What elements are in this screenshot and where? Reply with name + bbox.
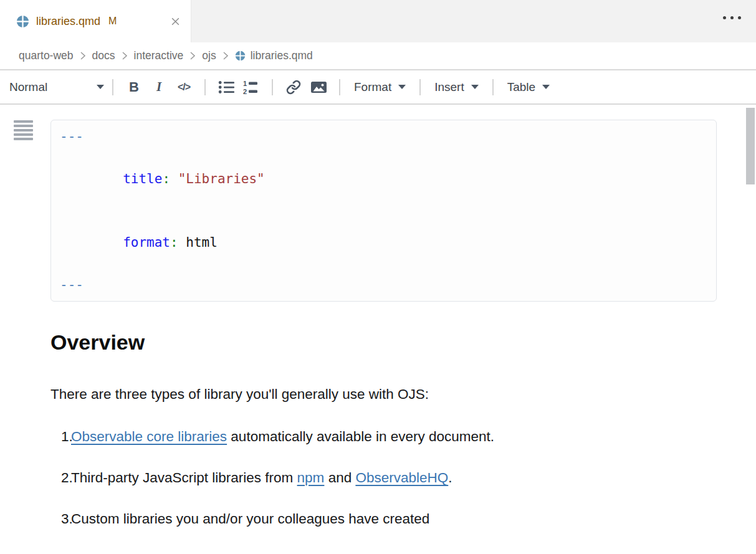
chevron-down-icon — [471, 85, 479, 89]
tab-title: libraries.qmd — [36, 15, 100, 28]
tab-bar: libraries.qmd M — [0, 0, 756, 42]
chevron-right-icon — [222, 50, 229, 61]
outro-paragraph: In this document we'll provide a high-le… — [50, 548, 717, 554]
svg-text:1: 1 — [243, 80, 247, 87]
yaml-value-format: html — [178, 235, 218, 250]
chevron-down-icon — [97, 85, 104, 89]
block-drag-handle-icon[interactable] — [14, 120, 33, 142]
list-item: 2. Third-party JavaScript libraries from… — [50, 466, 717, 490]
insert-menu[interactable]: Insert — [434, 80, 479, 94]
breadcrumb: quarto-web docs interactive ojs librarie… — [0, 42, 756, 70]
list-marker: 1. — [50, 424, 71, 449]
yaml-colon: : — [162, 171, 170, 186]
yaml-line: --- — [60, 126, 707, 147]
toolbar-separator — [339, 79, 340, 95]
heading-overview: Overview — [50, 331, 717, 354]
bullet-list-button[interactable] — [217, 77, 236, 98]
breadcrumb-item-docs[interactable]: docs — [92, 49, 115, 62]
insert-menu-label: Insert — [434, 80, 464, 94]
close-icon[interactable] — [170, 16, 181, 27]
table-menu-label: Table — [507, 80, 535, 94]
yaml-line: format: html — [60, 211, 707, 274]
chevron-down-icon — [542, 85, 550, 89]
table-menu[interactable]: Table — [507, 80, 550, 94]
breadcrumb-item-file[interactable]: libraries.qmd — [235, 49, 313, 62]
quarto-file-icon — [235, 50, 246, 61]
yaml-line: --- — [60, 274, 707, 295]
toolbar-separator — [112, 79, 113, 95]
list-marker: 2. — [50, 466, 71, 490]
intro-paragraph: There are three types of library you'll … — [50, 382, 717, 407]
list-item-text: Custom libraries you and/or your colleag… — [71, 507, 429, 532]
yaml-value-title: "Libraries" — [170, 171, 265, 186]
bold-button[interactable]: B — [125, 77, 143, 98]
yaml-line: title: "Libraries" — [60, 147, 707, 211]
link-button[interactable] — [284, 77, 303, 98]
image-button[interactable] — [309, 77, 328, 98]
toolbar-separator — [492, 79, 494, 95]
chevron-right-icon — [80, 50, 86, 61]
document-body[interactable]: Overview There are three types of librar… — [50, 331, 717, 554]
svg-text:2: 2 — [243, 88, 247, 95]
numbered-list-icon: 1 2 — [243, 80, 259, 95]
chevron-right-icon — [189, 50, 196, 61]
list-item: 3. Custom libraries you and/or your coll… — [50, 507, 717, 532]
numbered-list-button[interactable]: 1 2 — [242, 77, 261, 98]
vertical-scrollbar-thumb[interactable] — [746, 108, 755, 184]
yaml-key-title: title — [123, 171, 162, 186]
format-menu-label: Format — [354, 80, 391, 94]
yaml-delimiter: --- — [60, 129, 84, 144]
formatting-toolbar: Normal B I </> 1 2 — [0, 70, 756, 105]
yaml-key-format: format — [123, 235, 170, 250]
breadcrumb-item-ojs[interactable]: ojs — [202, 49, 216, 62]
modified-badge: M — [108, 16, 117, 27]
toolbar-separator — [419, 79, 421, 95]
toolbar-separator — [272, 79, 273, 95]
chevron-down-icon — [398, 85, 406, 89]
list-item-text: Observable core libraries automatically … — [71, 424, 494, 449]
library-types-list: 1. Observable core libraries automatical… — [50, 424, 717, 532]
outro-line: In this document we'll provide a high-le… — [50, 548, 717, 554]
yaml-colon: : — [170, 235, 178, 250]
list-item-text: Third-party JavaScript libraries from np… — [71, 466, 452, 490]
yaml-delimiter: --- — [60, 277, 84, 292]
format-menu[interactable]: Format — [354, 80, 406, 94]
yaml-front-matter-block[interactable]: --- title: "Libraries" format: html --- — [50, 120, 717, 302]
link-npm[interactable]: npm — [297, 470, 325, 485]
italic-button[interactable]: I — [150, 77, 168, 98]
paragraph-style-select[interactable]: Normal — [9, 80, 104, 94]
list-item: 1. Observable core libraries automatical… — [50, 424, 717, 449]
quarto-file-icon — [16, 15, 29, 28]
image-icon — [310, 80, 327, 95]
chevron-right-icon — [122, 50, 128, 61]
visual-editor-pane: --- title: "Libraries" format: html --- … — [0, 105, 756, 553]
paragraph-style-value: Normal — [9, 80, 47, 94]
more-actions-icon[interactable] — [723, 16, 741, 19]
toolbar-separator — [204, 79, 206, 95]
link-observablehq[interactable]: ObservableHQ — [355, 470, 448, 485]
tab-libraries-qmd[interactable]: libraries.qmd M — [0, 0, 191, 42]
code-button[interactable]: </> — [175, 77, 193, 98]
bullet-list-icon — [218, 80, 235, 95]
link-observable-core-libraries[interactable]: Observable core libraries — [71, 429, 227, 444]
list-marker: 3. — [50, 507, 71, 532]
breadcrumb-item-interactive[interactable]: interactive — [134, 49, 184, 62]
breadcrumb-file-label: libraries.qmd — [251, 49, 313, 62]
breadcrumb-item-quarto-web[interactable]: quarto-web — [19, 49, 74, 62]
link-icon — [286, 80, 301, 95]
